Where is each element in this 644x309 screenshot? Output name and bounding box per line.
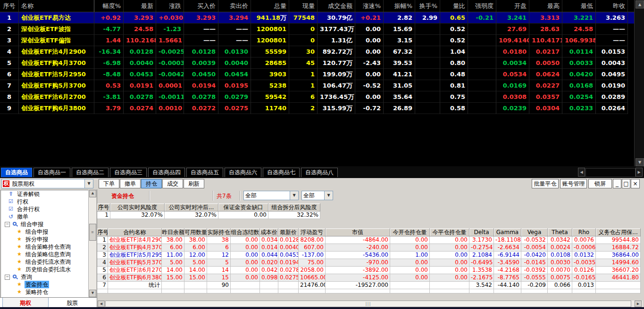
scroll-right-icon[interactable]: ▶ [635,301,642,307]
positions-table-row[interactable]: 5创业板ETF沽6月270014.0014.00140.000.04250.02… [97,267,641,274]
tree-item[interactable]: −组合申报 [1,220,89,228]
positions-header-cell[interactable]: 组合冻结数 [231,228,260,236]
positions-header-cell[interactable]: 可用数量 [184,228,207,236]
quote-header-cell[interactable]: 最低 [562,0,596,12]
quote-header-cell[interactable]: 成交金额 [318,0,355,12]
risk-header-cell[interactable]: 保证金资金缺口 [218,203,268,211]
toolbar-button-批量平仓[interactable]: 批量平仓 [532,179,559,188]
tree-item[interactable]: ★组合策略持仓查询 [1,243,89,251]
quote-row[interactable]: 3深创业板ETF偏指1.44110.21681.5661————12008010… [0,35,644,46]
positions-header-cell[interactable]: 合约名称 [108,228,162,236]
risk-header-cell[interactable]: 公司实时风险度 [110,203,165,211]
scroll-down-icon[interactable]: ▼ [89,290,96,297]
tree-item[interactable]: ★策略持仓 [1,288,89,296]
positions-table-row[interactable]: 3创业板ETF沽5月295011.0012.00120.000.04420.04… [97,252,641,259]
tree-item[interactable]: ☑行权 [1,198,89,205]
toolbar-button-账号管理[interactable]: 账号管理 [560,179,587,188]
quote-header-cell[interactable]: 买入价 [184,0,218,12]
product-tab[interactable]: 自选商品五 [186,168,223,177]
positions-table-row[interactable]: 2创业板ETF购4月37006.006.0060.000.01410.00406… [97,244,641,252]
tree-item[interactable]: −查询 [1,273,89,281]
quote-row[interactable]: 8创业板ETF沽6月2700-3.810.0278-0.00110.02780.… [0,91,644,103]
tab-options[interactable]: 期权 [2,298,49,308]
scroll-left-icon[interactable]: ◀ [98,301,105,307]
quote-row[interactable]: 6创业板ETF沽5月2950-8.480.0453-0.00420.04500.… [0,69,644,80]
positions-header-cell[interactable]: 今开仓持仓量 [390,228,430,236]
tab-scroll-left-icon[interactable]: ◀ [578,168,585,177]
quote-header-cell[interactable]: 换手% [415,0,440,12]
quote-header-cell[interactable]: 振幅% [384,0,415,12]
product-tab[interactable]: 自选商品四 [148,168,185,177]
scroll-up-icon[interactable]: ▲ [636,0,644,8]
positions-header-cell[interactable]: 义务仓占用保... [596,228,641,236]
quote-header-cell[interactable]: 开盘 [496,0,529,12]
chevron-down-icon[interactable]: ▼ [84,179,93,188]
risk-header-cell[interactable]: 组合拆分后风险度 [268,203,320,211]
tree-item[interactable]: ★组合申报 [1,228,89,236]
instrument-combo[interactable]: 权 股票期权 ▼ [1,179,93,188]
scroll-down-icon[interactable]: ▼ [636,158,644,166]
tab-scroll-right-icon[interactable]: ▶ [636,168,643,177]
tab-scroll-track[interactable] [585,168,636,177]
tree-scroll-thumb[interactable]: ≡ [89,224,96,241]
positions-header-cell[interactable]: Gamma [494,228,521,236]
positions-header-cell[interactable]: 昨日余额 [162,228,184,236]
chevron-down-icon[interactable]: ▼ [324,191,333,200]
order-button-下单[interactable]: 下单 [99,179,119,188]
risk-header-cell[interactable]: 公司实时对冲后... [165,203,218,211]
product-tab[interactable]: 自选商品 [1,168,32,177]
positions-table-row[interactable]: 1创业板ETF沽4月290038.0038.00380.000.03440.01… [97,236,641,244]
tab-stocks[interactable]: 股票 [49,298,96,308]
quote-header-cell[interactable]: 涨跌 [156,0,184,12]
tree-item[interactable]: ☑合并行权 [1,205,89,213]
quote-row[interactable]: 4创业板ETF沽4月2900-16.340.0128-0.00250.01280… [0,46,644,57]
close-button[interactable]: × [631,179,640,188]
order-button-刷新[interactable]: 刷新 [184,179,204,188]
quote-header-cell[interactable]: 幅度% [94,0,124,12]
quote-row[interactable]: 5创业板ETF购4月3700-6.980.0040-0.00030.00390.… [0,57,644,69]
scroll-up-icon[interactable]: ▲ [89,190,96,197]
quote-row[interactable]: 1创业板ETF易方达+0.923.293+0.0303.2933.294941.… [0,12,644,24]
tree-item[interactable]: ★资金持仓 [1,281,89,288]
quote-header-cell[interactable]: 最高 [529,0,562,12]
quote-header-cell[interactable]: 名称 [19,0,94,12]
product-tab[interactable]: 自选商品二 [72,168,109,177]
product-tab[interactable]: 自选商品八 [301,168,338,177]
quote-row[interactable]: 9创业板ETF购6月38003.790.02740.00100.02720.02… [0,103,644,114]
tree-item[interactable]: ★拆分申报 [1,236,89,243]
tree-item[interactable]: ↺撤单 [1,213,89,220]
toolbar-button-锁屏[interactable]: 锁屏 [588,179,612,188]
quote-header-cell[interactable]: 卖出价 [218,0,251,12]
positions-header-cell[interactable]: Delta [469,228,494,236]
quote-header-cell[interactable]: 强弱度 [468,0,496,12]
positions-header-cell[interactable]: Theta [548,228,572,236]
positions-header-cell[interactable]: 成本价 [260,228,278,236]
product-tab[interactable]: 自选商品六 [225,168,261,177]
product-tab[interactable]: 自选商品七 [263,168,300,177]
positions-table-row[interactable]: 6创业板ETF购6月380015.0015.00150.000.09860.02… [97,274,641,282]
risk-table-row[interactable]: 132.07%32.07%0.0032.32% [97,211,320,219]
quote-header-cell[interactable]: 涨速% [355,0,384,12]
scroll-thumb[interactable]: ||| [105,301,631,307]
minimize-button[interactable]: _ [613,179,621,188]
quote-header-cell[interactable]: 昨收 [596,0,628,12]
tree-item[interactable]: ★组合策略信息查询 [1,251,89,258]
positions-header-cell[interactable]: Rho [572,228,596,236]
order-button-成交[interactable]: 成交 [162,179,183,188]
quote-row[interactable]: 7创业板ETF购5月37000.530.01910.00010.01940.01… [0,80,644,91]
positions-table-row[interactable]: 7统计9021476.000-19527.0003.542-44.140-0.2… [97,282,641,289]
quote-vertical-scrollbar[interactable]: ▲ ▼ [634,0,644,166]
positions-header-cell[interactable]: 实际持仓 [207,228,231,236]
quote-header-cell[interactable]: 总量 [251,0,289,12]
quote-header-cell[interactable]: 现量 [289,0,318,12]
maximize-button[interactable]: □ [622,179,630,188]
positions-header-cell[interactable]: 最新价 [278,228,299,236]
positions-header-cell[interactable]: 浮动盈亏 [299,228,326,236]
positions-table-row[interactable]: 4创业板ETF购5月37005.005.0050.000.02090.01947… [97,259,641,267]
chevron-down-icon[interactable]: ▼ [290,191,298,200]
quote-header-cell[interactable]: 最新 [124,0,156,12]
positions-header-cell[interactable]: 序号 [97,228,108,236]
product-tab[interactable]: 自选商品三 [110,168,147,177]
quote-header-cell[interactable]: 序号 [0,0,19,12]
collapse-box-icon[interactable]: − [5,275,10,280]
